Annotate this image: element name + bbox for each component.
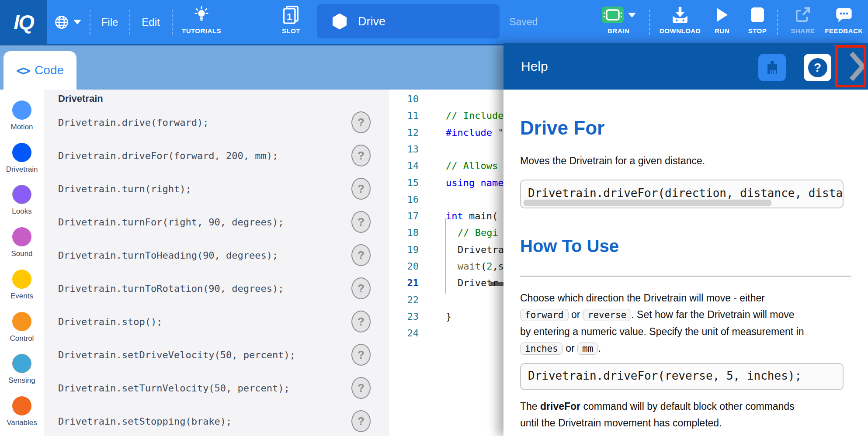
command-row[interactable]: Drivetrain.setStopping(brake);?: [44, 405, 389, 436]
file-menu[interactable]: File: [90, 0, 129, 44]
editor-line[interactable]: 22: [389, 291, 503, 308]
editor-line[interactable]: 14// Allows: [389, 157, 503, 174]
command-row[interactable]: Drivetrain.setTurnVelocity(50, percent);…: [44, 371, 389, 405]
tutorials-button[interactable]: TUTORIALS: [175, 0, 228, 44]
language-menu[interactable]: [49, 0, 87, 44]
command-row[interactable]: Drivetrain.stop();?: [44, 305, 389, 338]
category-color-dot[interactable]: [12, 185, 31, 204]
sidebar-category-sound[interactable]: Sound: [0, 227, 44, 258]
editor-line[interactable]: 21Drivetr: [389, 274, 503, 291]
download-button[interactable]: DOWNLOAD: [656, 0, 705, 44]
command-help-button[interactable]: ?: [351, 145, 371, 166]
sidebar-category-drivetrain[interactable]: Drivetrain: [0, 143, 44, 174]
command-row[interactable]: Drivetrain.turnToRotation(90, degrees);?: [44, 272, 389, 305]
line-number: 21: [389, 277, 424, 288]
line-number: 13: [389, 144, 424, 155]
top-toolbar: IQ File Edit: [0, 0, 868, 45]
stop-button[interactable]: STOP: [742, 0, 773, 44]
editor-line[interactable]: 18// Begi: [389, 224, 503, 241]
slot-button[interactable]: 1 SLOT: [275, 0, 307, 44]
editor-line[interactable]: 23}: [389, 308, 503, 325]
edit-menu[interactable]: Edit: [130, 0, 171, 44]
editor-line[interactable]: 17int main(: [389, 208, 503, 225]
command-help-button[interactable]: ?: [351, 344, 371, 366]
editor-line[interactable]: 10: [389, 90, 503, 107]
tab-code[interactable]: <> Code: [3, 51, 76, 90]
line-code: Drivetr: [458, 277, 498, 288]
sidebar-category-control[interactable]: Control: [0, 312, 44, 343]
command-row[interactable]: Drivetrain.turn(right);?: [44, 172, 389, 205]
sidebar-category-sensing[interactable]: Sensing: [0, 354, 44, 385]
line-number: 19: [389, 244, 424, 255]
command-help-button[interactable]: ?: [351, 311, 371, 332]
editor-line[interactable]: 16: [389, 191, 503, 208]
editor-line[interactable]: 11// Include: [389, 107, 503, 124]
command-text[interactable]: Drivetrain.setDriveVelocity(50, percent)…: [58, 349, 295, 360]
command-text[interactable]: Drivetrain.setTurnVelocity(50, percent);: [58, 383, 290, 394]
command-help-button[interactable]: ?: [351, 410, 371, 432]
category-color-dot[interactable]: [12, 100, 31, 120]
command-help-button[interactable]: ?: [351, 111, 371, 133]
category-color-dot[interactable]: [12, 143, 31, 162]
command-text[interactable]: Drivetrain.stop();: [58, 316, 162, 327]
file-menu-label[interactable]: File: [99, 16, 121, 29]
line-code: int main(: [446, 211, 498, 221]
category-color-dot[interactable]: [12, 227, 31, 246]
slot-icon: 1: [281, 3, 301, 26]
editor-line[interactable]: 15using name: [389, 174, 503, 191]
sidebar-category-events[interactable]: Events: [0, 270, 44, 301]
command-help-button[interactable]: ?: [351, 211, 371, 233]
editor-line[interactable]: 13: [389, 141, 503, 158]
code-editor[interactable]: 1011// Include12#include "1314// Allows1…: [389, 90, 503, 436]
category-color-dot[interactable]: [12, 354, 31, 373]
note-text: The: [520, 401, 540, 412]
command-text[interactable]: Drivetrain.driveFor(forward, 200, mm);: [58, 150, 278, 161]
command-text[interactable]: Drivetrain.setStopping(brake);: [58, 416, 232, 427]
editor-line[interactable]: 24: [389, 325, 503, 342]
sidebar-category-variables[interactable]: Variables: [0, 396, 44, 427]
help-collapse-button[interactable]: [845, 48, 868, 85]
command-row[interactable]: Drivetrain.setDriveVelocity(50, percent)…: [44, 338, 389, 371]
line-number: 14: [389, 160, 424, 171]
category-color-dot[interactable]: [12, 270, 31, 289]
feedback-button[interactable]: FEEDBACK: [823, 0, 865, 44]
command-text[interactable]: Drivetrain.drive(forward);: [58, 117, 208, 128]
command-text[interactable]: Drivetrain.turn(right);: [58, 183, 191, 194]
command-text[interactable]: Drivetrain.turnFor(right, 90, degrees);: [58, 217, 284, 228]
category-color-dot[interactable]: [12, 396, 31, 415]
toolbar-divider: [172, 10, 173, 35]
line-number: 23: [389, 311, 424, 322]
help-question-button[interactable]: ?: [804, 54, 831, 81]
category-color-dot[interactable]: [12, 312, 31, 331]
command-text[interactable]: Drivetrain.turnToRotation(90, degrees);: [58, 283, 284, 294]
globe-icon: [54, 15, 69, 30]
command-help-button[interactable]: ?: [351, 178, 371, 200]
command-help-button[interactable]: ?: [351, 277, 371, 299]
sidebar-category-motion[interactable]: Motion: [0, 100, 44, 131]
command-help-button[interactable]: ?: [351, 244, 371, 266]
brain-button[interactable]: BRAIN: [598, 0, 639, 44]
section-divider: [520, 276, 851, 277]
command-row[interactable]: Drivetrain.turnFor(right, 90, degrees);?: [44, 205, 389, 239]
share-button[interactable]: SHARE: [787, 0, 819, 44]
example-text: Drivetrain.driveFor(reverse, 5, inches);: [528, 369, 802, 382]
project-name-button[interactable]: Drive: [317, 4, 500, 38]
command-text[interactable]: Drivetrain.turnToHeading(90, degrees);: [58, 250, 278, 261]
command-row[interactable]: Drivetrain.turnToHeading(90, degrees);?: [44, 239, 389, 272]
editor-line[interactable]: 12#include ": [389, 124, 503, 141]
category-label: Drivetrain: [0, 165, 44, 174]
command-row[interactable]: Drivetrain.drive(forward);?: [44, 106, 389, 139]
help-panel-title: Help: [521, 43, 548, 90]
line-number: 12: [389, 127, 424, 138]
editor-line[interactable]: 20wait(2,s: [389, 258, 503, 275]
command-help-button[interactable]: ?: [351, 377, 371, 399]
sidebar-category-looks[interactable]: Looks: [0, 185, 44, 216]
code-box-scrollbar[interactable]: [524, 200, 771, 206]
usage-text: Choose which direction the Drivetrain wi…: [520, 292, 765, 304]
edit-menu-label[interactable]: Edit: [139, 16, 162, 29]
command-row[interactable]: Drivetrain.driveFor(forward, 200, mm);?: [44, 139, 389, 172]
help-panel-header: Help ?: [503, 43, 868, 90]
help-brain-button[interactable]: [758, 54, 786, 81]
run-button[interactable]: RUN: [708, 0, 736, 44]
editor-line[interactable]: 19Drivetra: [389, 241, 503, 258]
